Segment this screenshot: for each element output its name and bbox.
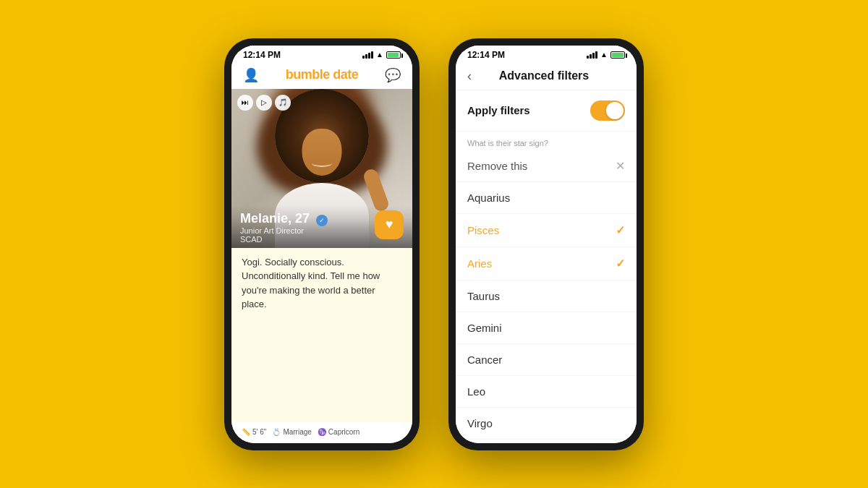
media-badge-2[interactable]: ▷ [256,95,272,111]
tag-capricorn: ♑ Capricorn [318,428,359,436]
heart-button[interactable]: ♥ [375,210,404,239]
sign-item-leo[interactable]: Leo [456,376,637,408]
sign-item-aries[interactable]: Aries ✓ [456,247,637,281]
time-right: 12:14 PM [467,50,505,60]
bumble-logo: bumble date [286,67,359,82]
capricorn-icon: ♑ [318,428,326,436]
sign-name: Leo [467,385,485,398]
sign-item-pisces[interactable]: Pisces ✓ [456,214,637,247]
signal-bars [362,51,373,59]
profile-icon[interactable]: 👤 [243,67,259,83]
remove-this-row[interactable]: Remove this ✕ [456,150,637,182]
sign-list: Aquarius Pisces ✓ Aries ✓ Taurus Gemini [456,182,637,443]
time-left: 12:14 PM [243,50,281,60]
tag-marriage-label: Marriage [283,428,311,436]
star-sign-sublabel: What is their star sign? [456,132,637,150]
tag-marriage: 💍 Marriage [272,428,311,436]
media-badge-1[interactable]: ⏭ [237,95,253,111]
media-badges: ⏭ ▷ 🎵 [237,95,291,111]
chat-icon[interactable]: 💬 [385,67,401,83]
media-badge-3[interactable]: 🎵 [275,95,291,111]
remove-this-label: Remove this [467,160,527,172]
profile-tags: 📏 5' 6" 💍 Marriage ♑ Capricorn [231,422,412,443]
apply-filters-toggle[interactable] [590,100,625,121]
sign-name: Taurus [467,290,500,302]
tag-height: 📏 5' 6" [242,428,266,436]
sign-item-libra[interactable]: Libra [456,440,637,443]
sign-item-gemini[interactable]: Gemini [456,312,637,344]
remove-x-icon[interactable]: ✕ [616,159,625,173]
sign-name: Gemini [467,322,502,334]
filter-title: Advanced filters [480,69,608,82]
profile-bio: Yogi. Socially conscious. Unconditionall… [231,248,412,422]
star-sign-section: What is their star sign? Remove this ✕ A… [456,132,637,443]
sign-item-cancer[interactable]: Cancer [456,344,637,376]
status-bar-right: 12:14 PM ▲ [456,46,637,63]
toggle-knob [606,102,624,119]
apply-filters-row: Apply filters [456,90,637,132]
right-phone: 12:14 PM ▲ ‹ Advanced filters Apply f [448,38,644,450]
sign-item-virgo[interactable]: Virgo [456,408,637,440]
ruler-icon: 📏 [242,428,250,436]
verified-badge: ✓ [316,215,328,226]
status-bar-left: 12:14 PM ▲ [231,46,412,63]
sign-name: Aquarius [467,192,510,204]
battery-icon-right [610,51,625,59]
check-icon: ✓ [616,257,625,270]
check-icon: ✓ [616,223,625,237]
tag-capricorn-label: Capricorn [328,428,359,436]
tag-height-label: 5' 6" [252,428,266,436]
sign-name: Pisces [467,224,499,236]
wifi-icon: ▲ [376,51,383,59]
profile-photo-wrapper: ⏭ ▷ 🎵 Melanie, 27 ✓ Junior Art Director … [231,89,412,248]
battery-icon [386,51,401,59]
ring-icon: 💍 [272,428,281,436]
wifi-icon-right: ▲ [600,51,608,59]
profile-name: Melanie, 27 [240,211,310,226]
sign-name: Virgo [467,417,493,429]
filter-header: ‹ Advanced filters [456,63,637,90]
apply-filters-label: Apply filters [467,104,530,116]
left-phone: 12:14 PM ▲ 👤 bumble date 💬 [224,38,420,450]
heart-icon: ♥ [386,217,393,232]
app-header: 👤 bumble date 💬 [231,63,412,89]
sign-name: Cancer [467,354,502,366]
back-button[interactable]: ‹ [467,69,472,84]
status-icons-left: ▲ [362,51,401,59]
signal-bars-right [587,51,597,59]
sign-name: Aries [467,257,492,270]
status-icons-right: ▲ [587,51,625,59]
sign-item-taurus[interactable]: Taurus [456,281,637,312]
sign-item-aquarius[interactable]: Aquarius [456,182,637,214]
